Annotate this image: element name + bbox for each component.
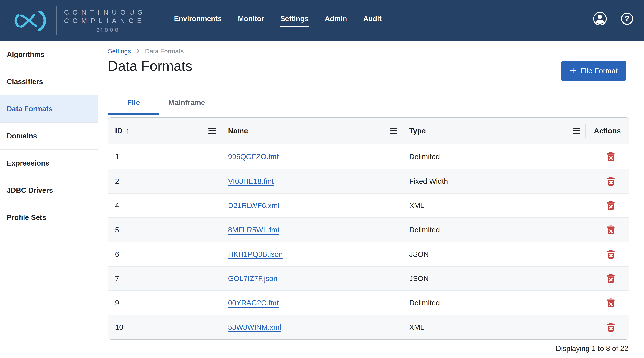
delete-button[interactable] — [606, 200, 616, 212]
column-menu-icon[interactable] — [390, 128, 397, 134]
delete-button[interactable] — [606, 151, 616, 162]
tab-mainframe[interactable]: Mainframe — [159, 98, 214, 115]
format-name-link[interactable]: GOL7IZ7F.json — [228, 274, 277, 283]
nav-label: Admin — [325, 15, 347, 23]
trash-icon — [606, 322, 615, 332]
table-row: 2 VI03HE18.fmt Fixed Width — [108, 169, 629, 193]
account-button[interactable] — [593, 12, 607, 26]
sidebar-item-label: Domains — [7, 132, 37, 140]
column-header-actions: Actions — [586, 118, 629, 144]
column-header-name[interactable]: Name — [221, 118, 402, 144]
sidebar-item-expressions[interactable]: Expressions — [0, 150, 98, 177]
topnav-settings[interactable]: Settings — [280, 15, 309, 23]
format-name-link[interactable]: 53W8WINM.xml — [228, 323, 281, 331]
app-logo — [13, 11, 49, 31]
cell-name: 8MFLR5WL.fmt — [221, 218, 402, 242]
help-circle-icon: ? — [621, 13, 633, 25]
sidebar-item-jdbc-drivers[interactable]: JDBC Drivers — [0, 177, 98, 204]
cell-id: 10 — [108, 315, 221, 339]
column-header-id[interactable]: ID ↑ — [108, 118, 221, 144]
delete-button[interactable] — [606, 297, 616, 309]
format-name-link[interactable]: HKH1PQ0B.json — [228, 250, 283, 258]
sort-ascending-icon: ↑ — [126, 126, 130, 135]
sidebar-item-data-formats[interactable]: Data Formats — [0, 95, 98, 123]
sidebar-item-algorithms[interactable]: Algorithms — [0, 41, 98, 68]
sidebar-item-profile-sets[interactable]: Profile Sets — [0, 204, 98, 231]
cell-type: Fixed Width — [402, 169, 586, 193]
cell-actions — [586, 267, 629, 290]
trash-icon — [606, 152, 615, 161]
page-title: Data Formats — [108, 57, 629, 75]
column-menu-icon[interactable] — [208, 128, 216, 134]
trash-icon — [606, 201, 615, 210]
add-file-format-button[interactable]: + File Format — [561, 61, 626, 81]
format-name-link[interactable]: D21RLWF6.xml — [228, 202, 279, 210]
cell-type: JSON — [402, 242, 586, 266]
delete-button[interactable] — [606, 273, 616, 284]
cell-actions — [586, 242, 629, 266]
cell-type: Delimited — [402, 218, 586, 242]
sidebar-item-label: Data Formats — [7, 105, 52, 113]
delete-button[interactable] — [606, 321, 616, 333]
cell-id: 4 — [108, 194, 221, 218]
format-name-link[interactable]: 8MFLR5WL.fmt — [228, 226, 280, 234]
topnav-admin[interactable]: Admin — [325, 15, 347, 23]
brand-block: CONTINUOUS COMPLIANCE 24.0.0.0 — [64, 8, 151, 33]
brand-line-1: CONTINUOUS — [64, 8, 151, 17]
breadcrumb-settings-link[interactable]: Settings — [108, 48, 131, 55]
delete-button[interactable] — [606, 224, 616, 236]
cell-name: 996QGFZO.fmt — [221, 144, 402, 169]
cell-type: Delimited — [402, 291, 586, 315]
topnav-audit[interactable]: Audit — [363, 15, 382, 23]
sidebar-item-label: Profile Sets — [7, 214, 46, 222]
cell-actions — [586, 194, 629, 218]
cell-id: 5 — [108, 218, 221, 242]
format-name-link[interactable]: VI03HE18.fmt — [228, 177, 274, 186]
brand-line-2: COMPLIANCE — [64, 17, 151, 25]
trash-icon — [606, 176, 615, 186]
breadcrumb-current: Data Formats — [145, 48, 184, 55]
cell-name: HKH1PQ0B.json — [221, 242, 402, 266]
nav-label: Settings — [280, 15, 309, 23]
trash-icon — [606, 298, 615, 308]
topnav-environments[interactable]: Environments — [174, 15, 222, 23]
table-header: ID ↑ Name — [108, 118, 629, 144]
sidebar-item-domains[interactable]: Domains — [0, 123, 98, 150]
data-formats-table: ID ↑ Name — [108, 117, 629, 339]
delete-button[interactable] — [606, 248, 616, 260]
format-name-link[interactable]: 996QGFZO.fmt — [228, 153, 279, 161]
cell-name: D21RLWF6.xml — [221, 194, 402, 218]
page-layout: Algorithms Classifiers Data Formats Doma… — [0, 41, 644, 358]
column-menu-icon[interactable] — [573, 128, 580, 134]
trash-icon — [606, 274, 615, 283]
tab-file[interactable]: File — [108, 98, 159, 115]
sidebar-item-label: Algorithms — [7, 51, 45, 59]
sidebar-item-label: Expressions — [7, 159, 49, 167]
column-header-type[interactable]: Type — [402, 118, 586, 144]
nav-label: Environments — [174, 15, 222, 23]
main-area: Settings Data Formats Data Formats + Fil… — [98, 41, 644, 358]
table-body: 1 996QGFZO.fmt Delimited 2 VI03HE18.fmt … — [108, 144, 629, 339]
cell-id: 6 — [108, 242, 221, 266]
cell-type: XML — [402, 194, 586, 218]
add-file-format-label: File Format — [580, 67, 618, 75]
cell-actions — [586, 291, 629, 315]
top-icons: ? — [593, 12, 633, 26]
sidebar-item-label: JDBC Drivers — [7, 186, 53, 195]
table-row: 7 GOL7IZ7F.json JSON — [108, 266, 629, 290]
nav-label: Audit — [363, 15, 382, 23]
table-row: 10 53W8WINM.xml XML — [108, 315, 629, 339]
topnav-monitor[interactable]: Monitor — [238, 15, 264, 23]
cell-id: 1 — [108, 144, 221, 169]
cell-name: 00YRAG2C.fmt — [221, 291, 402, 315]
content: Settings Data Formats Data Formats + Fil… — [108, 47, 629, 353]
sidebar-item-classifiers[interactable]: Classifiers — [0, 68, 98, 95]
brand-divider — [56, 7, 57, 35]
format-tabs: File Mainframe — [108, 98, 629, 115]
delete-button[interactable] — [606, 175, 616, 187]
cell-type: XML — [402, 315, 586, 339]
trash-icon — [606, 225, 615, 235]
top-navigation: Environments Monitor Settings Admin Audi… — [174, 15, 382, 23]
help-button[interactable]: ? — [621, 13, 633, 25]
format-name-link[interactable]: 00YRAG2C.fmt — [228, 299, 279, 307]
